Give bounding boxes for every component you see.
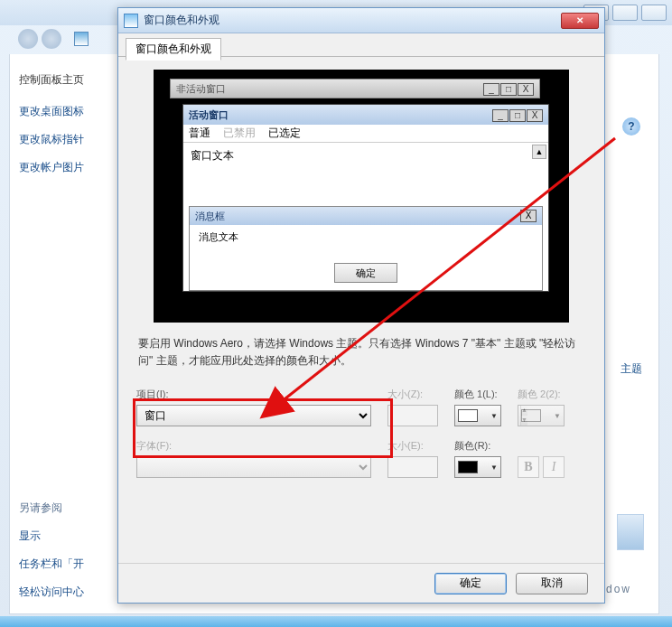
menu-disabled: 已禁用 xyxy=(223,126,256,141)
color2-swatch xyxy=(521,409,541,422)
sidebar-heading: 控制面板主页 xyxy=(19,72,114,88)
chevron-down-icon: ▼ xyxy=(490,463,498,472)
active-titlebar: 活动窗口 _□X xyxy=(183,105,548,125)
dialog-titlebar[interactable]: 窗口颜色和外观 ✕ xyxy=(118,8,604,33)
msgbox-ok-button: 确定 xyxy=(334,263,397,283)
color-r-swatch xyxy=(458,461,478,473)
color-r-label: 颜色(R): xyxy=(454,439,501,453)
italic-button: I xyxy=(543,456,565,478)
color1-swatch xyxy=(458,409,478,422)
minimize-icon: _ xyxy=(483,83,499,96)
preview-pane: 非活动窗口 _□X 活动窗口 _□X 普通 已禁用 已选定 xyxy=(154,70,569,323)
sidebar: 控制面板主页 更改桌面图标 更改鼠标指针 更改帐户图片 另请参阅 显示 任务栏和… xyxy=(10,54,123,627)
sidebar-link-account-picture[interactable]: 更改帐户图片 xyxy=(19,160,114,175)
tab-strip: 窗口颜色和外观 xyxy=(118,33,604,57)
inactive-window-title: 非活动窗口 xyxy=(176,82,482,96)
size-z-label: 大小(Z): xyxy=(387,388,438,401)
minimize-icon: _ xyxy=(492,109,509,122)
size-z-spinner: ▲▼ xyxy=(387,405,438,426)
sidebar-link-mouse-pointer[interactable]: 更改鼠标指针 xyxy=(19,132,114,147)
forward-button[interactable] xyxy=(42,29,61,49)
bold-button: B xyxy=(518,456,539,478)
taskbar-strip xyxy=(0,616,672,627)
close-icon: X xyxy=(527,109,543,122)
see-also-ease-access[interactable]: 轻松访问中心 xyxy=(19,585,118,600)
size-e-spinner: ▲▼ xyxy=(387,456,438,478)
dialog-title: 窗口颜色和外观 xyxy=(144,13,561,28)
bg-maximize-button[interactable] xyxy=(612,5,638,21)
appearance-dialog: 窗口颜色和外观 ✕ 窗口颜色和外观 非活动窗口 _□X 活动窗口 _□X xyxy=(117,7,605,604)
description-text: 要启用 Windows Aero，请选择 Windows 主题。只有选择 Win… xyxy=(136,335,586,370)
see-also-label: 另请参阅 xyxy=(19,501,114,516)
chevron-down-icon: ▼ xyxy=(490,412,498,420)
preview-content: 窗口文本 ▲ xyxy=(183,143,548,202)
preview-menubar: 普通 已禁用 已选定 xyxy=(183,125,548,143)
theme-thumbnail xyxy=(599,514,644,550)
ok-button[interactable]: 确定 xyxy=(434,573,507,594)
color-r-picker[interactable]: ▼ xyxy=(454,456,501,478)
color1-label: 颜色 1(L): xyxy=(454,388,501,401)
scrollbar-up-icon: ▲ xyxy=(532,145,546,159)
msgbox-close-icon: X xyxy=(520,210,537,222)
cancel-button[interactable]: 取消 xyxy=(516,573,588,594)
tab-appearance[interactable]: 窗口颜色和外观 xyxy=(126,38,221,61)
inactive-window-buttons: _□X xyxy=(482,82,534,96)
color2-picker: ▼ xyxy=(518,405,565,426)
msgbox-title-text: 消息框 xyxy=(195,210,520,223)
msgbox-buttons: 确定 xyxy=(190,259,542,290)
dialog-close-button[interactable]: ✕ xyxy=(561,13,599,29)
bg-close-button[interactable] xyxy=(641,5,667,21)
see-also-display[interactable]: 显示 xyxy=(19,529,114,544)
preview-active-window: 活动窗口 _□X 普通 已禁用 已选定 窗口文本 ▲ 消息框 xyxy=(182,104,549,292)
active-window-buttons: _□X xyxy=(491,108,543,122)
dialog-footer: 确定 取消 xyxy=(118,563,604,603)
dialog-icon xyxy=(124,14,138,28)
color1-picker[interactable]: ▼ xyxy=(454,405,501,426)
msgbox-titlebar: 消息框 X xyxy=(190,207,542,225)
help-icon[interactable]: ? xyxy=(622,117,640,136)
menu-selected: 已选定 xyxy=(268,126,301,141)
menu-normal: 普通 xyxy=(189,126,210,141)
maximize-icon: □ xyxy=(509,109,526,122)
window-text-label: 窗口文本 xyxy=(191,149,234,162)
preview-msgbox: 消息框 X 消息文本 确定 xyxy=(189,206,543,291)
color2-label: 颜色 2(2): xyxy=(518,388,565,401)
topic-label: 主题 xyxy=(621,361,642,377)
size-e-label: 大小(E): xyxy=(387,439,438,453)
maximize-icon: □ xyxy=(500,83,517,96)
msgbox-text: 消息文本 xyxy=(190,225,542,259)
back-button[interactable] xyxy=(18,29,38,49)
sidebar-link-desktop-icons[interactable]: 更改桌面图标 xyxy=(19,104,114,119)
location-icon xyxy=(74,32,89,46)
close-icon: X xyxy=(518,83,534,96)
chevron-down-icon: ▼ xyxy=(554,412,561,420)
font-select xyxy=(136,456,371,478)
preview-inactive-window: 非活动窗口 _□X xyxy=(170,79,540,98)
see-also-taskbar[interactable]: 任务栏和「开 xyxy=(19,557,118,572)
active-window-title: 活动窗口 xyxy=(189,108,491,122)
annotation-highlight-box xyxy=(133,398,393,458)
